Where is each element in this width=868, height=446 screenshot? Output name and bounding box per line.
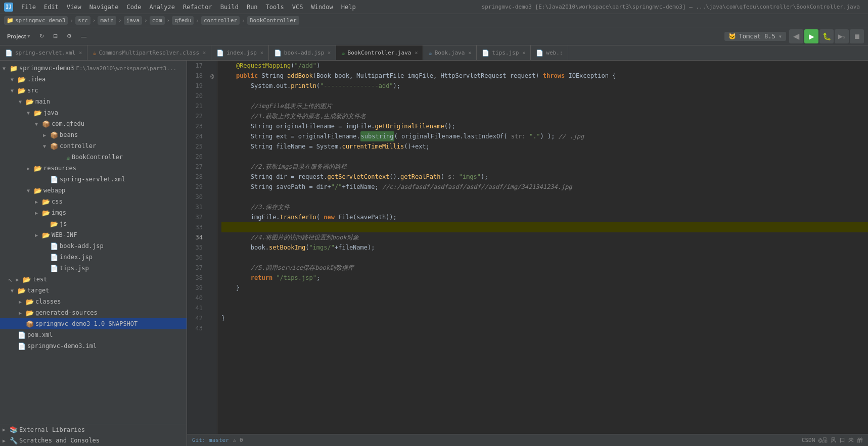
tree-pom[interactable]: 📄 pom.xml: [0, 329, 187, 340]
tab-book-add[interactable]: 📄 book-add.jsp ×: [269, 45, 337, 60]
tab-close-icon[interactable]: ×: [203, 50, 206, 56]
tree-bookcontroller[interactable]: ☕ BookController: [0, 152, 187, 163]
tab-tips[interactable]: 📄 tips.jsp ×: [477, 45, 531, 60]
code-line-30[interactable]: [221, 192, 868, 202]
tab-close-icon[interactable]: ×: [468, 50, 471, 56]
tab-close-icon[interactable]: ×: [79, 50, 82, 56]
tree-root[interactable]: ▼ 📁 springmvc-demo3 E:\Java2010\workspac…: [0, 63, 187, 74]
refresh-button[interactable]: ↻: [36, 31, 47, 41]
menu-build[interactable]: Build: [216, 3, 243, 12]
code-line-23[interactable]: String originalFilename = imgFile.getOri…: [221, 121, 868, 131]
code-line-32[interactable]: imgFile.transferTo( new File(savePath));: [221, 212, 868, 222]
tree-iml[interactable]: 📄 springmvc-demo3.iml: [0, 340, 187, 352]
code-line-31[interactable]: //3.保存文件: [221, 202, 868, 212]
back-button[interactable]: ◀: [789, 29, 803, 43]
collapse-button[interactable]: ⊟: [50, 31, 61, 41]
path-qfedu[interactable]: qfedu: [172, 16, 194, 25]
tab-close-icon[interactable]: ×: [522, 50, 525, 56]
tree-resources[interactable]: ▶ 📂 resources: [0, 163, 187, 174]
tree-src[interactable]: ▼ 📂 src: [0, 85, 187, 96]
code-line-17[interactable]: @RequestMapping("/add"): [221, 61, 868, 71]
code-area[interactable]: 17 18 19 20 21 22 23 24 25 26 27 28 29 3…: [187, 61, 868, 434]
tree-book-add[interactable]: 📄 book-add.jsp: [0, 240, 187, 252]
menu-edit[interactable]: Edit: [40, 3, 63, 12]
tab-web[interactable]: 📄 web.:: [531, 45, 568, 60]
tree-css[interactable]: ▶ 📂 css: [0, 196, 187, 207]
tab-close-icon[interactable]: ×: [260, 50, 263, 56]
code-line-43[interactable]: [221, 323, 868, 333]
tree-com-qfedu[interactable]: ▼ 📦 com.qfedu: [0, 118, 187, 129]
path-java[interactable]: java: [124, 16, 143, 25]
menu-window[interactable]: Window: [307, 3, 337, 12]
tab-bookcontroller[interactable]: ☕ BookController.java ×: [336, 45, 423, 60]
tree-external-libraries[interactable]: ▶ 📚 External Libraries: [0, 424, 187, 435]
path-project[interactable]: 📁 springmvc-demo3: [4, 16, 68, 25]
tree-js[interactable]: 📂 js: [0, 218, 187, 229]
code-line-26[interactable]: [221, 152, 868, 162]
path-com[interactable]: com: [150, 16, 165, 25]
tree-main[interactable]: ▼ 📂 main: [0, 96, 187, 107]
path-main[interactable]: main: [98, 16, 116, 25]
tree-test[interactable]: ↖ ▶ 📂 test: [0, 274, 187, 285]
tree-java[interactable]: ▼ 📂 java: [0, 107, 187, 118]
project-dropdown-button[interactable]: Project ▾: [4, 31, 33, 41]
code-lines[interactable]: @RequestMapping("/add") public String ad…: [217, 61, 868, 434]
menu-code[interactable]: Code: [123, 3, 146, 12]
path-src[interactable]: src: [75, 16, 90, 25]
settings-button[interactable]: ⚙: [64, 31, 75, 41]
tab-index[interactable]: 📄 index.jsp ×: [211, 45, 269, 60]
code-line-41[interactable]: [221, 303, 868, 313]
tree-generated-sources[interactable]: ▶ 📂 generated-sources: [0, 307, 187, 318]
menu-vcs[interactable]: VCS: [288, 3, 307, 12]
code-line-39[interactable]: }: [221, 283, 868, 293]
code-line-24[interactable]: String ext = originalFilename.substring(…: [221, 131, 868, 141]
code-editor[interactable]: 17 18 19 20 21 22 23 24 25 26 27 28 29 3…: [187, 61, 868, 446]
menu-navigate[interactable]: Navigate: [85, 3, 123, 12]
code-line-42[interactable]: }: [221, 313, 868, 323]
code-line-25[interactable]: String fileName = System.currentTimeMill…: [221, 141, 868, 152]
code-line-29[interactable]: String savePath = dir+"/"+fileName; //c:…: [221, 182, 868, 192]
code-line-28[interactable]: String dir = request.getServletContext()…: [221, 172, 868, 182]
tab-book[interactable]: ☕ Book.java ×: [423, 45, 477, 60]
coverage-button[interactable]: ▶ₓ: [835, 29, 849, 43]
tree-webapp[interactable]: ▼ 📂 webapp: [0, 185, 187, 196]
path-bookcontroller[interactable]: BookController: [247, 16, 299, 25]
menu-tools[interactable]: Tools: [262, 3, 288, 12]
code-line-21[interactable]: //imgFile就表示上传的图片: [221, 101, 868, 111]
run-button[interactable]: ▶: [804, 29, 818, 43]
tree-controller[interactable]: ▼ 📦 controller: [0, 140, 187, 152]
tree-scratches[interactable]: ▶ 🔧 Scratches and Consoles: [0, 435, 187, 446]
tree-spring-servlet[interactable]: 📄 spring-servlet.xml: [0, 174, 187, 185]
code-line-33[interactable]: [221, 222, 868, 232]
stop-button[interactable]: ⏹: [850, 29, 864, 43]
code-line-36[interactable]: [221, 253, 868, 263]
tab-spring-servlet[interactable]: 📄 spring-servlet.xml ×: [0, 45, 87, 60]
debug-button[interactable]: 🐛: [819, 29, 834, 43]
menu-file[interactable]: File: [17, 3, 40, 12]
code-line-35[interactable]: book.setBookImg("imgs/"+fileName);: [221, 242, 868, 253]
code-line-38[interactable]: return "/tips.jsp";: [221, 273, 868, 283]
tree-beans[interactable]: ▶ 📦 beans: [0, 129, 187, 140]
code-line-34[interactable]: //4.将图片的访问路径设置到book对象: [221, 232, 868, 242]
tree-webinf[interactable]: ▶ 📂 WEB-INF: [0, 229, 187, 240]
code-line-22[interactable]: //1.获取上传文件的原名,生成新的文件名: [221, 111, 868, 121]
run-config-selector[interactable]: 🐱 Tomcat 8.5 ▾: [724, 32, 786, 41]
code-line-18[interactable]: public String addBook(Book book, Multipa…: [221, 71, 868, 81]
tree-index-jsp[interactable]: 📄 index.jsp: [0, 252, 187, 263]
menu-run[interactable]: Run: [243, 3, 262, 12]
code-line-19[interactable]: System.out.println("---------------add")…: [221, 81, 868, 91]
path-controller[interactable]: controller: [201, 16, 240, 25]
code-line-37[interactable]: //5.调用service保存book到数据库: [221, 263, 868, 273]
menu-analyze[interactable]: Analyze: [145, 3, 179, 12]
menu-view[interactable]: View: [63, 3, 85, 12]
code-line-40[interactable]: [221, 293, 868, 303]
tab-commons[interactable]: ☕ CommonsMultipartResolver.class ×: [87, 45, 211, 60]
tab-close-icon[interactable]: ×: [415, 50, 418, 56]
menu-help[interactable]: Help: [337, 3, 360, 12]
tree-target[interactable]: ▼ 📂 target: [0, 285, 187, 296]
tree-imgs[interactable]: ▶ 📂 imgs: [0, 207, 187, 218]
tree-snapshot[interactable]: 📦 springmvc-demo3-1.0-SNAPSHOT: [0, 318, 187, 329]
code-line-20[interactable]: [221, 91, 868, 101]
code-line-27[interactable]: //2.获取imgs目录在服务器的路径: [221, 162, 868, 172]
tab-close-icon[interactable]: ×: [328, 50, 331, 56]
